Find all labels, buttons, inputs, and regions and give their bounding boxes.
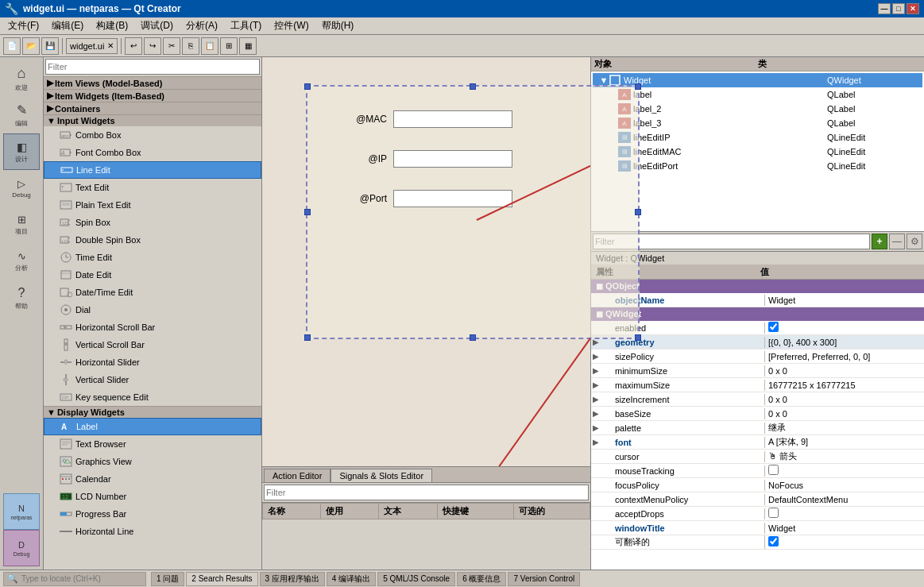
prop-filter-add[interactable]: + [872, 234, 887, 249]
status-tab-version-control[interactable]: 7 Version Control [508, 572, 580, 586]
prop-row-contextmenupolicy[interactable]: contextMenuPolicy DefaultContextMenu [591, 492, 924, 507]
tool-plain-text-edit[interactable]: Plain Text Edit [44, 196, 261, 214]
prop-checkbox-acceptdrops[interactable] [768, 508, 779, 518]
file-tab[interactable]: widget.ui ✕ [66, 38, 118, 54]
prop-row-focuspolicy[interactable]: focusPolicy NoFocus [591, 478, 924, 492]
close-button[interactable]: ✕ [907, 3, 919, 14]
file-tab-close[interactable]: ✕ [107, 41, 114, 50]
tool-h-line[interactable]: Horizontal Line [44, 523, 261, 540]
sidebar-item-design[interactable]: ◧设计 [3, 133, 40, 170]
prop-filter-minus[interactable]: — [889, 234, 905, 249]
minimize-button[interactable]: — [878, 3, 891, 14]
tb-redo[interactable]: ↪ [144, 37, 161, 55]
handle-tl[interactable] [304, 83, 311, 90]
prop-value-enabled[interactable] [765, 321, 924, 334]
handle-mr[interactable] [635, 209, 641, 215]
tb-paste[interactable]: 📋 [201, 37, 218, 55]
tool-time-edit[interactable]: Time Edit [44, 249, 261, 266]
prop-row-translatable[interactable]: 可翻译的 [591, 535, 924, 550]
prop-value-mousetracking[interactable] [765, 464, 924, 477]
tab-signals-slots[interactable]: Signals & Slots Editor [331, 469, 432, 482]
tb-open[interactable]: 📂 [22, 37, 40, 55]
prop-row-basesize[interactable]: ▶ baseSize 0 x 0 [591, 407, 924, 421]
handle-br[interactable] [635, 334, 641, 341]
prop-checkbox-mousetracking[interactable] [768, 465, 779, 475]
menu-controls[interactable]: 控件(W) [268, 17, 315, 34]
prop-value-translatable[interactable] [765, 535, 924, 549]
handle-ml[interactable] [304, 209, 311, 215]
prop-row-objectname[interactable]: objectName Widget [591, 293, 924, 307]
menu-file[interactable]: 文件(F) [2, 17, 45, 34]
prop-row-enabled[interactable]: enabled [591, 321, 924, 335]
prop-row-font[interactable]: ▶ font A [宋体, 9] [591, 435, 924, 450]
prop-row-acceptdrops[interactable]: acceptDrops [591, 507, 924, 521]
category-containers[interactable]: ▶Containers [44, 102, 261, 114]
tree-row-label2[interactable]: A label_2 QLabel [593, 102, 922, 116]
tree-row-lineEditPort[interactable]: ▤ lineEditPort QLineEdit [593, 159, 922, 173]
category-item-widgets[interactable]: ▶Item Widgets (Item-Based) [44, 89, 261, 102]
status-tab-qml-console[interactable]: 5 QML/JS Console [377, 572, 455, 586]
tool-lcd-number[interactable]: 12 LCD Number [44, 488, 261, 505]
status-tab-general-msg[interactable]: 6 概要信息 [457, 572, 506, 586]
prop-value-acceptdrops[interactable] [765, 507, 924, 520]
tool-calendar[interactable]: Calendar [44, 470, 261, 488]
tool-date-edit[interactable]: Date Edit [44, 266, 261, 284]
menu-help[interactable]: 帮助(H) [315, 17, 361, 34]
prop-row-sizeincrement[interactable]: ▶ sizeIncrement 0 x 0 [591, 392, 924, 407]
canvas-mac-input[interactable] [393, 110, 512, 128]
handle-tm[interactable] [470, 83, 476, 90]
tb-copy[interactable]: ⎘ [182, 37, 199, 55]
tree-row-lineEditMAC[interactable]: ▤ lineEditMAC QLineEdit [593, 145, 922, 159]
toolbox-filter-input[interactable] [45, 59, 260, 75]
tab-action-editor[interactable]: Action Editor [264, 469, 331, 482]
status-search-area[interactable]: 🔍 [3, 572, 146, 586]
maximize-button[interactable]: □ [892, 3, 905, 14]
tool-h-slider[interactable]: Horizontal Slider [44, 353, 261, 371]
tree-row-label3[interactable]: A label_3 QLabel [593, 116, 922, 130]
menu-debug[interactable]: 调试(D) [134, 17, 180, 34]
sidebar-item-netparas[interactable]: Nnetparas [3, 493, 40, 530]
status-tab-issues[interactable]: 1 问题 [151, 572, 184, 586]
status-tab-app-output[interactable]: 3 应用程序输出 [260, 572, 325, 586]
prop-row-maxsize[interactable]: ▶ maximumSize 16777215 x 16777215 [591, 378, 924, 392]
menu-analyze[interactable]: 分析(A) [180, 17, 224, 34]
sidebar-item-debug2[interactable]: DDebug [3, 530, 40, 566]
tool-label[interactable]: A Label [44, 418, 261, 435]
tool-v-slider[interactable]: Vertical Slider [44, 371, 261, 388]
category-item-views[interactable]: ▶Item Views (Model-Based) [44, 76, 261, 89]
tool-combo-box[interactable]: abc Combo Box [44, 126, 261, 144]
tb-grid[interactable]: ⊞ [220, 37, 238, 55]
tb-cut[interactable]: ✂ [163, 37, 180, 55]
tree-row-widget[interactable]: ▼ Widget QWidget [593, 73, 922, 87]
tb-form[interactable]: ▦ [239, 37, 257, 55]
prop-checkbox-enabled[interactable] [768, 322, 779, 332]
prop-row-sizepolicy[interactable]: ▶ sizePolicy [Preferred, Preferred, 0, 0… [591, 349, 924, 364]
tool-h-scrollbar[interactable]: Horizontal Scroll Bar [44, 319, 261, 336]
handle-tr[interactable] [635, 83, 641, 90]
sidebar-item-help[interactable]: ?帮助 [3, 280, 40, 316]
sidebar-item-analyze[interactable]: ∿分析 [3, 243, 40, 280]
sidebar-item-edit[interactable]: ✎编辑 [3, 97, 40, 133]
menu-edit[interactable]: 编辑(E) [45, 17, 90, 34]
prop-row-mousetracking[interactable]: mouseTracking [591, 464, 924, 478]
tb-undo[interactable]: ↩ [125, 37, 142, 55]
tool-spin-box[interactable]: 123 Spin Box [44, 214, 261, 231]
editor-filter-input[interactable] [264, 485, 589, 500]
handle-bl[interactable] [304, 334, 311, 341]
handle-bm[interactable] [470, 334, 476, 341]
sidebar-item-welcome[interactable]: ⌂欢迎 [3, 60, 40, 97]
tool-graphics-view[interactable]: Graphics View [44, 453, 261, 470]
tool-text-edit[interactable]: T Text Edit [44, 179, 261, 196]
tree-row-lineEditIP[interactable]: ▤ lineEditIP QLineEdit [593, 130, 922, 145]
tool-datetime-edit[interactable]: Date/Time Edit [44, 284, 261, 301]
sidebar-item-debug[interactable]: ▷Debug [3, 170, 40, 207]
tool-text-browser[interactable]: Text Browser [44, 435, 261, 453]
tree-expand-widget[interactable]: ▼ [599, 75, 609, 85]
tool-line-edit[interactable]: Line Edit [44, 161, 261, 179]
tool-key-seq-edit[interactable]: Ctrl Key sequence Edit [44, 388, 261, 406]
window-controls[interactable]: — □ ✕ [878, 3, 919, 14]
prop-row-minsize[interactable]: ▶ minimumSize 0 x 0 [591, 364, 924, 378]
tool-progress-bar[interactable]: Progress Bar [44, 505, 261, 523]
prop-row-cursor[interactable]: cursor 🖱 箭头 [591, 450, 924, 464]
tb-save[interactable]: 💾 [41, 37, 59, 55]
